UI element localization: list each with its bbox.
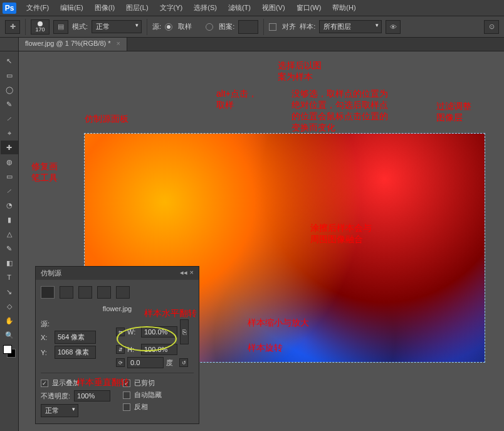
- pattern-swatch[interactable]: [238, 20, 258, 34]
- menu-select[interactable]: 选择(S): [189, 2, 222, 14]
- tool-zoom[interactable]: 🔍: [1, 328, 18, 342]
- brush-panel-icon[interactable]: ▤: [53, 20, 68, 34]
- menu-window[interactable]: 窗口(W): [291, 2, 327, 14]
- menu-filter[interactable]: 滤镜(T): [223, 2, 256, 14]
- menu-view[interactable]: 视图(V): [257, 2, 290, 14]
- panel-title: 仿制源: [41, 269, 61, 278]
- x-label: X:: [41, 334, 52, 341]
- y-label: Y:: [41, 349, 52, 356]
- tool-path[interactable]: ↘: [1, 285, 18, 299]
- clipped-label: 已剪切: [134, 378, 155, 388]
- menu-help[interactable]: 帮助(H): [327, 2, 360, 14]
- tool-type[interactable]: T: [1, 270, 18, 284]
- check-aligned[interactable]: [269, 23, 276, 31]
- reset-icon[interactable]: ↺: [179, 358, 188, 367]
- tool-crop[interactable]: ⟋: [1, 112, 18, 125]
- y-input[interactable]: 1068 像素: [55, 346, 96, 359]
- mode-dropdown[interactable]: 正常: [92, 20, 142, 33]
- document-tab-label: flower.jpg @ 1 7%(RGB/8) *: [25, 40, 111, 47]
- brush-dot-icon: [38, 21, 43, 26]
- overlay-blend-value: 正常: [45, 407, 59, 414]
- tool-stamp[interactable]: ▭: [1, 169, 18, 183]
- radio-sample-label: 取样: [178, 22, 192, 31]
- clone-preset-3[interactable]: [78, 286, 92, 299]
- pressure-icon[interactable]: ⊙: [484, 20, 499, 34]
- tool-eraser[interactable]: ◔: [1, 198, 18, 212]
- tool-lasso[interactable]: ◯: [1, 83, 18, 97]
- tool-blur[interactable]: △: [1, 227, 18, 241]
- document-tab[interactable]: flower.jpg @ 1 7%(RGB/8) * ×: [19, 38, 127, 51]
- radio-sample[interactable]: [165, 23, 172, 31]
- sample-label: 样本:: [300, 22, 315, 31]
- clone-preset-4[interactable]: [97, 286, 111, 299]
- tool-dodge[interactable]: ✎: [1, 242, 18, 255]
- overlay-blend-dropdown[interactable]: 正常: [41, 404, 78, 417]
- clone-preset-5[interactable]: [116, 286, 130, 299]
- tool-pen[interactable]: ◧: [1, 256, 18, 270]
- opacity-label: 不透明度:: [41, 391, 70, 401]
- options-bar: ✚ 170 ▤ 模式: 正常 源: 取样 图案: 对齐 样本: 所有图层 👁 ⊙: [0, 16, 504, 38]
- menu-file[interactable]: 文件(F): [21, 2, 54, 14]
- check-show-overlay[interactable]: [41, 380, 48, 387]
- invert-label: 反相: [134, 402, 148, 412]
- sample-value: 所有图层: [323, 23, 351, 30]
- tool-wand[interactable]: ✎: [1, 97, 18, 111]
- check-auto-hide[interactable]: [123, 391, 130, 399]
- color-swatch[interactable]: [3, 345, 16, 358]
- tool-healing-brush[interactable]: ✚: [1, 141, 18, 154]
- source-label: 源:: [152, 22, 161, 31]
- show-overlay-label: 显示叠加: [52, 378, 80, 388]
- clone-preset-1[interactable]: [41, 286, 55, 299]
- source-filename: flower.jpg: [41, 304, 194, 317]
- ignore-adjust-icon[interactable]: 👁: [386, 20, 401, 34]
- tool-hand[interactable]: ✋: [1, 314, 18, 327]
- tool-move[interactable]: ↖: [1, 54, 18, 68]
- sample-dropdown[interactable]: 所有图层: [319, 20, 382, 33]
- tool-preset-icon[interactable]: ✚: [5, 20, 20, 34]
- tool-marquee[interactable]: ▭: [1, 68, 18, 82]
- src-label: 源:: [41, 319, 52, 329]
- opacity-input[interactable]: 100%: [74, 390, 110, 402]
- menu-edit[interactable]: 编辑(E): [55, 2, 88, 14]
- check-clipped[interactable]: [123, 380, 130, 387]
- tool-shape[interactable]: ◇: [1, 299, 18, 313]
- angle-input[interactable]: 0.0: [127, 357, 164, 368]
- document-tabbar: flower.jpg @ 1 7%(RGB/8) * ×: [0, 38, 504, 51]
- panel-collapse-icon[interactable]: ◂◂: [180, 269, 187, 278]
- clone-preset-2[interactable]: [60, 286, 73, 299]
- left-toolbar: ↖ ▭ ◯ ✎ ⟋ ⌖ ✚ ◍ ▭ ⟋ ◔ ▮ △ ✎ ◧ T ↘ ◇ ✋ 🔍: [0, 51, 19, 431]
- clone-source-panel: 仿制源 ◂◂× flower.jpg 源: X: 564 像素 Y: 1068 …: [35, 266, 199, 424]
- brush-size-value: 170: [35, 26, 45, 33]
- tool-brush[interactable]: ◍: [1, 155, 18, 169]
- highlight-ellipse-wh: [117, 326, 177, 351]
- radio-pattern-label: 图案:: [219, 22, 234, 31]
- tool-history[interactable]: ⟋: [1, 184, 18, 198]
- tool-eyedropper[interactable]: ⌖: [1, 126, 18, 140]
- clone-preset-row: [41, 284, 194, 304]
- radio-pattern[interactable]: [206, 23, 213, 31]
- mode-label: 模式:: [72, 22, 88, 31]
- link-wh-icon[interactable]: ⎘: [180, 319, 189, 344]
- angle-icon: ⟳: [116, 358, 125, 367]
- x-input[interactable]: 564 像素: [55, 331, 96, 344]
- auto-hide-label: 自动隐藏: [134, 390, 162, 400]
- check-invert[interactable]: [123, 403, 130, 411]
- menu-image[interactable]: 图像(I): [90, 2, 120, 14]
- panel-header[interactable]: 仿制源 ◂◂×: [36, 267, 199, 280]
- panel-close-icon[interactable]: ×: [190, 269, 194, 278]
- close-tab-icon[interactable]: ×: [117, 40, 120, 47]
- menubar: Ps 文件(F) 编辑(E) 图像(I) 图层(L) 文字(Y) 选择(S) 滤…: [0, 0, 504, 16]
- aligned-label: 对齐: [282, 22, 296, 31]
- mode-value: 正常: [96, 23, 110, 30]
- menu-type[interactable]: 文字(Y): [155, 2, 188, 14]
- angle-unit: 度: [166, 358, 173, 368]
- brush-preview[interactable]: 170: [31, 19, 50, 35]
- tool-gradient[interactable]: ▮: [1, 213, 18, 226]
- menu-layer[interactable]: 图层(L): [121, 2, 153, 14]
- ps-logo: Ps: [3, 3, 16, 14]
